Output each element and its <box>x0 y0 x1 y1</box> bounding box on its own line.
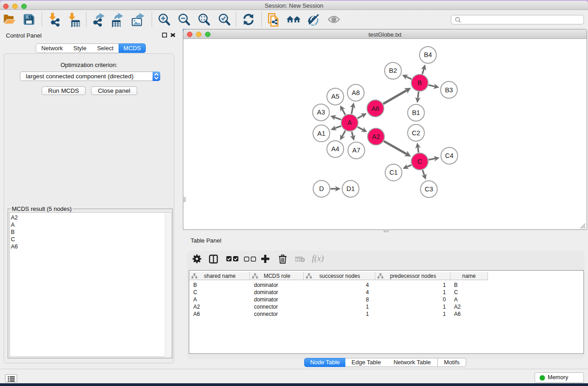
svg-text:A6: A6 <box>371 105 379 112</box>
svg-text:B4: B4 <box>424 51 432 58</box>
svg-text:B3: B3 <box>445 86 453 94</box>
svg-text:A1: A1 <box>317 130 325 137</box>
svg-text:C3: C3 <box>425 186 433 193</box>
svg-text:A5: A5 <box>331 93 339 100</box>
svg-text:D: D <box>319 185 324 192</box>
svg-text:B: B <box>417 79 422 86</box>
svg-text:C: C <box>417 158 422 165</box>
svg-text:C2: C2 <box>412 129 421 137</box>
svg-text:C4: C4 <box>445 152 454 159</box>
svg-text:A4: A4 <box>331 145 339 152</box>
svg-text:A7: A7 <box>352 147 360 154</box>
svg-text:A3: A3 <box>317 109 325 116</box>
svg-text:D1: D1 <box>346 185 355 192</box>
svg-text:B1: B1 <box>412 109 420 116</box>
svg-text:A: A <box>348 119 352 126</box>
svg-text:C1: C1 <box>389 169 398 176</box>
svg-text:A2: A2 <box>372 133 380 140</box>
svg-text:B2: B2 <box>389 67 397 74</box>
svg-text:A8: A8 <box>352 89 360 96</box>
